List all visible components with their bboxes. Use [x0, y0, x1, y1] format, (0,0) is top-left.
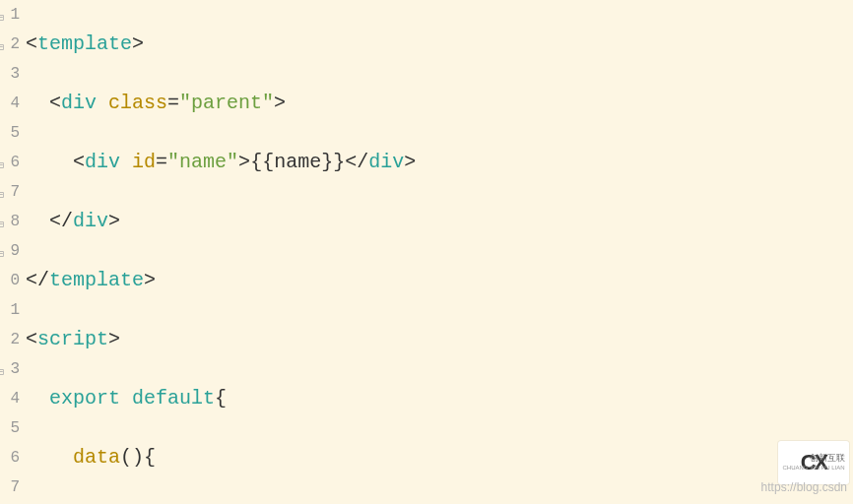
code-line: <script>: [26, 325, 853, 354]
code-line: <div id="name">{{name}}</div>: [26, 148, 853, 177]
watermark-url: https://blog.csdn: [761, 472, 847, 502]
code-line: </div>: [26, 207, 853, 236]
code-line: <template>: [26, 30, 853, 59]
code-line: </template>: [26, 266, 853, 295]
line-number-gutter: 1 2 3 4 5 6 7 8 9 0 1 2 3 4 5 6 7: [0, 0, 22, 504]
code-line: <div class="parent">: [26, 89, 853, 118]
code-line: data(){: [26, 443, 853, 472]
code-line: export default{: [26, 384, 853, 413]
code-editor[interactable]: <template> <div class="parent"> <div id=…: [22, 0, 853, 504]
